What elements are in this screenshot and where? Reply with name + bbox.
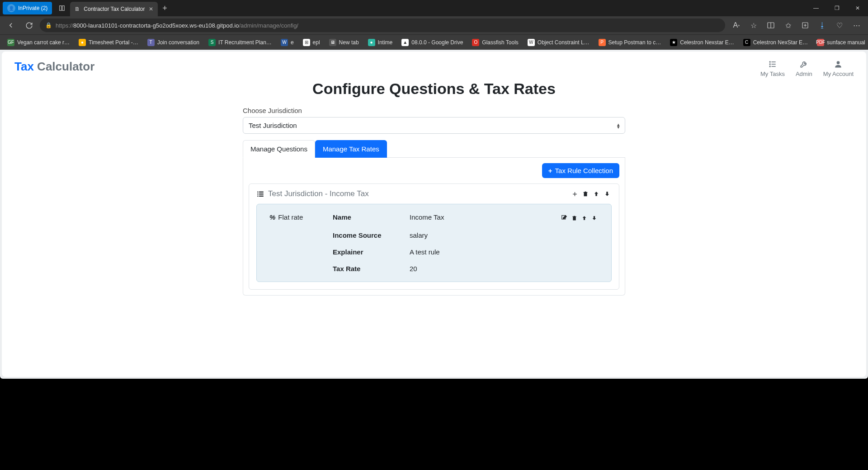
favorites-list-button[interactable]: ✩	[780, 18, 796, 33]
more-button[interactable]: ⋯	[849, 18, 864, 33]
tab-manage-questions[interactable]: Manage Questions	[243, 140, 315, 158]
nav-my-account[interactable]: My Account	[823, 60, 854, 77]
bookmark-label: 08.0.0 - Google Drive	[411, 39, 463, 46]
bookmark-label: Celestron NexStar E…	[753, 39, 808, 46]
inprivate-badge[interactable]: 👤 InPrivate (2)	[3, 2, 52, 14]
tab-actions-button[interactable]	[55, 2, 69, 14]
bookmark-item[interactable]: WObject Constraint L…	[524, 37, 593, 48]
page-title: Configure Questions & Tax Rates	[2, 80, 866, 98]
jurisdiction-value: Test Jurisdiction	[249, 122, 297, 129]
close-window-button[interactable]: ✕	[847, 0, 868, 16]
favicon-icon: ▲	[401, 39, 409, 46]
plus-icon: +	[548, 167, 552, 174]
logo-tax: Tax	[14, 60, 34, 73]
rule-move-up-button[interactable]	[580, 213, 589, 222]
svg-rect-14	[257, 192, 258, 193]
tools-icon	[799, 60, 808, 69]
bookmark-item[interactable]: CCelestron NexStar E…	[740, 37, 811, 48]
rule-rate-value: 20	[410, 265, 549, 273]
jurisdiction-label: Choose Jurisdiction	[243, 107, 625, 114]
bookmark-label: IT Recruitment Plan…	[218, 39, 272, 46]
move-down-button[interactable]	[603, 189, 612, 198]
logo-calc: Calculator	[37, 60, 94, 73]
rule-rate-label: Tax Rate	[333, 265, 401, 273]
list-icon	[768, 60, 777, 69]
bookmark-item[interactable]: ▲08.0.0 - Google Drive	[398, 37, 467, 48]
favicon-icon: ●	[79, 39, 86, 46]
bookmark-label: Setup Postman to c…	[609, 39, 661, 46]
rule-move-down-button[interactable]	[590, 213, 599, 222]
delete-collection-button[interactable]	[581, 189, 590, 198]
url-path: /admin/manage/config/	[239, 22, 298, 29]
inprivate-avatar-icon: 👤	[7, 4, 15, 12]
jurisdiction-select[interactable]: Test Jurisdiction	[243, 117, 625, 134]
lock-icon: 🔒	[45, 22, 52, 28]
bookmark-item[interactable]: ⊞epl	[299, 37, 324, 48]
close-tab-icon[interactable]: ✕	[149, 6, 153, 12]
bookmark-item[interactable]: SIT Recruitment Plan…	[205, 37, 275, 48]
split-screen-button[interactable]	[763, 18, 778, 33]
inprivate-label: InPrivate (2)	[18, 5, 47, 11]
bookmark-item[interactable]: ●Intime	[364, 37, 396, 48]
bookmark-item[interactable]: We	[277, 37, 297, 48]
percent-icon: %	[269, 213, 275, 221]
bookmark-item[interactable]: ●Timesheet Portal -…	[75, 37, 142, 48]
bookmark-label: e	[291, 39, 294, 46]
nav-label: Admin	[796, 70, 812, 77]
downloads-button[interactable]: ⭳	[815, 18, 830, 33]
bookmark-item[interactable]: PDFsunface manual	[813, 37, 868, 48]
rule-explainer-label: Explainer	[333, 248, 401, 256]
read-aloud-button[interactable]: A»	[729, 18, 744, 33]
svg-rect-15	[257, 193, 258, 194]
add-rule-button[interactable]	[570, 189, 579, 198]
delete-rule-button[interactable]	[570, 213, 579, 222]
new-tab-button[interactable]: +	[158, 1, 172, 15]
app-logo[interactable]: Tax Calculator	[14, 60, 94, 74]
bookmark-item[interactable]: OGlassfish Tools	[468, 37, 522, 48]
url-host: 8000-laura10101-contractorta-g5o2od5xoex…	[73, 22, 239, 29]
favicon-icon: O	[472, 39, 479, 46]
bookmark-item[interactable]: 🖥New tab	[326, 37, 363, 48]
favicon-icon: ★	[670, 39, 677, 46]
favorite-button[interactable]: ☆	[746, 18, 761, 33]
rule-source-label: Income Source	[333, 231, 401, 239]
rule-explainer-value: A test rule	[410, 248, 549, 256]
bookmark-item[interactable]: ★Celestron Nexstar E…	[666, 37, 737, 48]
back-button[interactable]	[4, 18, 18, 33]
collections-button[interactable]	[797, 18, 813, 33]
svg-rect-0	[60, 6, 61, 11]
bookmark-label: Celestron Nexstar E…	[680, 39, 734, 46]
edit-rule-button[interactable]	[560, 213, 569, 222]
bookmark-label: Glassfish Tools	[482, 39, 518, 46]
browser-titlebar: 👤 InPrivate (2) 🗎 Contractor Tax Calcula…	[0, 0, 868, 16]
tab-manage-tax-rates[interactable]: Manage Tax Rates	[315, 140, 387, 158]
tab-title: Contractor Tax Calculator	[84, 6, 145, 12]
bookmark-item[interactable]: TJoin conversation	[144, 37, 203, 48]
svg-rect-1	[62, 6, 64, 11]
app-page: Tax Calculator My Tasks Admin My Accou	[2, 52, 866, 377]
refresh-button[interactable]	[22, 18, 36, 33]
move-up-button[interactable]	[592, 189, 601, 198]
svg-point-11	[769, 64, 770, 65]
browser-tab[interactable]: 🗎 Contractor Tax Calculator ✕	[70, 2, 157, 16]
favicon-icon: ⊞	[303, 39, 310, 46]
svg-rect-16	[257, 196, 258, 197]
address-bar[interactable]: 🔒 https://8000-laura10101-contractorta-g…	[40, 19, 725, 32]
add-tax-rule-collection-button[interactable]: + Tax Rule Collection	[542, 163, 619, 178]
bookmark-label: Join conversation	[157, 39, 199, 46]
nav-my-tasks[interactable]: My Tasks	[760, 60, 785, 77]
favicon-icon: GF	[7, 39, 14, 46]
rule-name-label: Name	[333, 213, 401, 221]
rule-name-value: Income Tax	[410, 213, 549, 221]
maximize-button[interactable]: ❐	[826, 0, 847, 16]
favicon-icon: C	[743, 39, 750, 46]
minimize-button[interactable]: —	[806, 0, 826, 16]
bookmark-item[interactable]: GFVegan carrot cake r…	[4, 37, 73, 48]
browser-essentials-button[interactable]: ♡	[832, 18, 847, 33]
bookmark-item[interactable]: PSetup Postman to c…	[595, 37, 665, 48]
bookmarks-bar: GFVegan carrot cake r…●Timesheet Portal …	[0, 34, 868, 50]
rule-type-label: Flat rate	[278, 213, 303, 221]
nav-admin[interactable]: Admin	[796, 60, 812, 77]
list-icon	[256, 190, 264, 198]
nav-label: My Tasks	[760, 70, 785, 77]
